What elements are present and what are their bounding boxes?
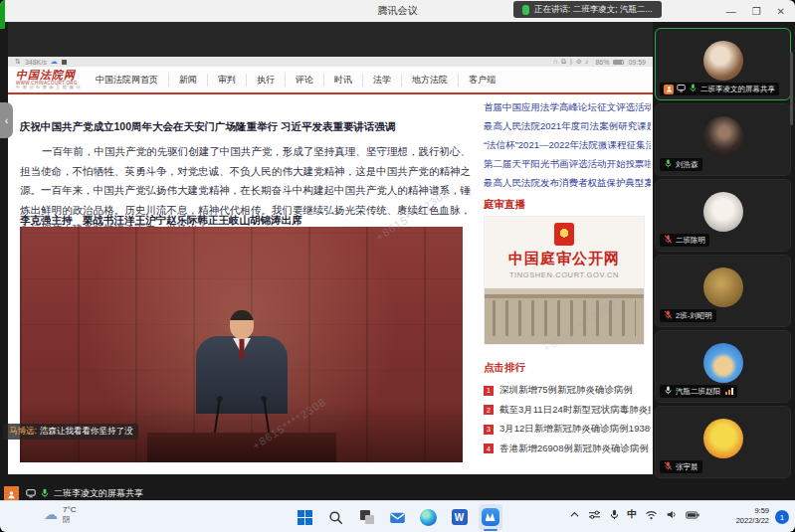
speaking-indicator: 正在讲话: 二班李凌文; 汽瓶二... — [513, 1, 662, 18]
status-left: ⇅ 348K/s ☁ — [15, 58, 67, 66]
rank-item[interactable]: 1深圳新增75例新冠肺炎确诊病例 — [484, 381, 651, 401]
page-sidebar: 首届中国应用法学高峰论坛征文评选活动通知最高人民法院2021年度司法案例研究课题… — [478, 94, 653, 474]
close-button[interactable]: ✕ — [777, 6, 785, 17]
participant-tile[interactable]: 二班李凌文的屏幕共享 — [655, 28, 791, 100]
notification-badge[interactable]: 1 — [775, 510, 789, 524]
mic-icon — [664, 386, 673, 397]
taskbar-date: 2022/3/22 — [736, 516, 769, 526]
start-icon[interactable] — [294, 504, 317, 530]
maximize-button[interactable]: ❐ — [752, 6, 761, 17]
sidebar-link-list: 首届中国应用法学高峰论坛征文评选活动通知最高人民法院2021年度司法案例研究课题… — [484, 97, 651, 192]
device-status-strip: ⇅ 348K/s ☁ ∩⧉ᛒ⊘♪ 86% 09:59 — [8, 57, 653, 67]
mail-icon[interactable] — [386, 504, 410, 530]
media-icon: ♪ — [585, 58, 589, 65]
shared-webpage: ⇅ 348K/s ☁ ∩⧉ᛒ⊘♪ 86% 09:59 中国法院网 WWW.CHI… — [8, 57, 653, 474]
window-title: 腾讯会议 — [0, 4, 795, 18]
participant-tile[interactable]: 刘浩森 — [655, 103, 791, 176]
dog-avatar — [703, 41, 743, 81]
mic-icon — [40, 488, 50, 500]
app-tray-icon — [62, 60, 67, 65]
search-icon[interactable] — [324, 504, 348, 530]
cloud-sync-icon: ☁ — [51, 58, 58, 66]
portrait-avatar — [703, 116, 743, 156]
screen-share-icon — [677, 84, 686, 94]
share-banner-label: 二班李凌文的屏幕共享 — [54, 487, 143, 500]
sidebar-link-1[interactable]: 首届中国应用法学高峰论坛征文评选活动通知 — [484, 97, 651, 116]
nav-item-9[interactable]: 客户端 — [459, 74, 505, 87]
taskbar-clock[interactable]: 9:59 2022/3/22 — [736, 506, 769, 526]
signal-bars-icon — [725, 388, 733, 395]
sidebar-link-5[interactable]: 最高人民法院发布消费者权益保护典型案例 — [484, 173, 651, 192]
participant-nameplate: 二班李凌文的屏幕共享 — [660, 83, 779, 95]
sidebar-link-2[interactable]: 最高人民法院2021年度司法案例研究课题... — [484, 116, 651, 135]
status-clock: 09:59 — [628, 59, 646, 66]
sidebar-link-4[interactable]: 第二届天平阳光书画评选活动开始投票啦! — [484, 154, 651, 173]
mic-icon — [664, 235, 673, 246]
participant-name: 二班李凌文的屏幕共享 — [700, 85, 775, 94]
participant-nameplate: 张宇晨 — [660, 460, 702, 473]
bluetooth-icon: ᛒ — [569, 58, 573, 65]
share-banner-body: 二班李凌文的屏幕共享 — [19, 486, 150, 501]
rank-item[interactable]: 33月12日新增新冠肺炎确诊病例1938例 — [484, 420, 651, 440]
volume-icon[interactable] — [666, 509, 678, 520]
sidebar-link-3[interactable]: “法信杯”2021—2022年法院微课程征集活... — [484, 135, 651, 154]
chevron-up-icon[interactable] — [569, 509, 580, 520]
quick-settings-icon[interactable] — [588, 509, 601, 520]
cat-avatar — [703, 192, 743, 232]
participant-name: 二班陈明 — [676, 236, 705, 246]
rank-item[interactable]: 2截至3月11日24时新型冠状病毒肺炎疫情. — [484, 401, 651, 421]
court-building-image — [485, 288, 644, 344]
battery-icon — [613, 60, 624, 65]
nav-item-5[interactable]: 评论 — [286, 74, 324, 87]
weather-temp: 7°C — [63, 505, 76, 515]
participant-scrollbar[interactable] — [790, 52, 793, 125]
status-right: ∩⧉ᛒ⊘♪ 86% 09:59 — [553, 58, 646, 66]
speaking-text: 正在讲话: 二班李凌文; 汽瓶二... — [534, 4, 653, 16]
task-view-icon[interactable] — [355, 504, 379, 530]
taskbar-weather-widget[interactable]: ☁ 7°C 阴 — [44, 505, 76, 524]
nav-item-2[interactable]: 新闻 — [169, 74, 208, 87]
minimize-button[interactable]: — — [726, 6, 736, 17]
word-icon[interactable]: W — [448, 504, 472, 530]
nav-item-4[interactable]: 执行 — [247, 74, 286, 87]
rank-item[interactable]: 4香港新增26908例新冠肺炎确诊病例 — [484, 440, 651, 459]
participant-name: 2班-刘昭明 — [676, 311, 712, 321]
participant-nameplate: 刘浩森 — [660, 158, 702, 171]
nav-item-1[interactable]: 中国法院网首页 — [86, 74, 169, 87]
battery-icon[interactable] — [686, 510, 699, 520]
nav-item-8[interactable]: 地方法院 — [402, 74, 459, 87]
site-logo[interactable]: 中国法院网 WWW.CHINACOURT.ORG 中 国 法 院 国 际 互 联… — [8, 70, 80, 90]
mic-icon[interactable] — [609, 509, 620, 520]
taskbar-app-icons: W — [294, 504, 502, 530]
participant-nameplate: 2班-刘昭明 — [660, 309, 716, 322]
tencent-meeting-icon[interactable] — [479, 504, 502, 530]
participant-tile[interactable]: 汽瓶二班赵阳 — [655, 330, 791, 403]
chat-text: 浩森让我看看你坚持了没 — [40, 426, 133, 438]
rank-list: 1深圳新增75例新冠肺炎确诊病例2截至3月11日24时新型冠状病毒肺炎疫情.33… — [484, 381, 651, 458]
cast-icon: ⧉ — [561, 58, 566, 65]
net-speed: 348K/s — [25, 59, 47, 66]
article-headline[interactable]: 庆祝中国共产党成立100周年大会在天安门广场隆重举行 习近平发表重要讲话强调 — [20, 120, 470, 134]
rank-text: 深圳新增75例新冠肺炎确诊病例 — [499, 384, 633, 397]
court-open-net-banner[interactable]: 中国庭审公开网 TINGSHEN.COURT.GOV.CN — [484, 216, 645, 345]
battery-percent: 86% — [595, 59, 609, 66]
participant-name: 张宇晨 — [676, 462, 698, 472]
nav-item-6[interactable]: 时讯 — [324, 74, 363, 87]
moon-avatar — [703, 267, 743, 307]
participant-tile[interactable]: 2班-刘昭明 — [655, 255, 791, 327]
active-app-underline — [484, 529, 497, 531]
chat-sender: 马博远: — [9, 426, 37, 438]
nav-item-3[interactable]: 审判 — [208, 74, 247, 87]
ime-indicator[interactable]: 中 — [628, 508, 638, 521]
rank-number: 3 — [484, 425, 494, 435]
participant-tile[interactable]: 张宇晨 — [655, 406, 791, 478]
screen-share-banner[interactable]: 二班李凌文的屏幕共享 — [4, 486, 150, 501]
nav-item-7[interactable]: 法学 — [363, 74, 402, 87]
rank-number: 4 — [484, 443, 494, 453]
participant-nameplate: 二班陈明 — [660, 234, 709, 247]
participant-tile[interactable]: 二班陈明 — [655, 179, 791, 252]
court-banner-url: TINGSHEN.COURT.GOV.CN — [485, 270, 644, 279]
wifi-icon[interactable] — [645, 509, 658, 520]
panel-collapse-handle[interactable]: ‹ — [0, 102, 13, 138]
edge-icon[interactable] — [417, 504, 441, 530]
